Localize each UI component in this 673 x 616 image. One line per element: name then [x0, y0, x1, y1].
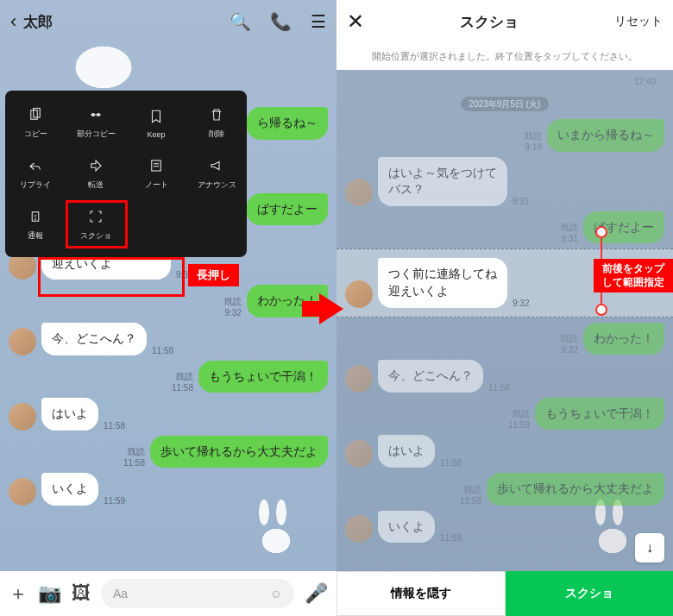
message-bubble[interactable]: ら帰るね～: [247, 107, 328, 140]
read-label: 既読: [224, 296, 242, 308]
message-row[interactable]: 既読11:58 歩いて帰れるから大丈夫だよ: [345, 473, 664, 506]
message-row[interactable]: はいよ～気をつけて バス？ 9:31: [345, 157, 664, 206]
msg-time: 9:31: [562, 234, 578, 243]
avatar[interactable]: [9, 328, 36, 355]
msg-time: 11:58: [172, 383, 193, 393]
message-row[interactable]: 既読11:58 歩いて帰れるから大丈夫だよ: [9, 436, 328, 468]
avatar[interactable]: [9, 403, 36, 431]
hide-info-button[interactable]: 情報を隠す: [336, 571, 506, 616]
msg-time: 11:59: [104, 496, 125, 506]
annotation-longpress: 長押し: [188, 264, 239, 286]
ctx-delete[interactable]: 削除: [186, 97, 247, 148]
plus-icon[interactable]: ＋: [9, 581, 28, 607]
header-actions: 🔍 📞 ☰: [230, 11, 326, 32]
message-bubble[interactable]: わかった！: [583, 323, 664, 355]
gallery-icon[interactable]: 🖼: [72, 582, 91, 605]
search-icon[interactable]: 🔍: [230, 11, 251, 32]
avatar[interactable]: [9, 478, 36, 506]
highlight-screenshot-option: [66, 200, 128, 248]
avatar[interactable]: [345, 515, 373, 543]
msg-time: 9:32: [225, 308, 242, 317]
input-bar: ＋ 📷 🖼 Aa ☺ 🎤: [0, 571, 336, 616]
msg-time: 9:31: [513, 197, 529, 206]
message-bubble[interactable]: つく前に連絡してね 迎えいくよ: [378, 258, 507, 307]
right-phone: ✕ スクショ リセット 開始位置が選択されました。終了位置をタップしてください。…: [336, 0, 673, 616]
message-bubble[interactable]: いくよ: [41, 473, 98, 506]
avatar[interactable]: [345, 179, 373, 206]
mic-icon[interactable]: 🎤: [305, 582, 328, 605]
message-bubble[interactable]: 歩いて帰れるから大丈夫だよ: [150, 436, 328, 468]
menu-icon[interactable]: ☰: [311, 11, 326, 32]
close-icon[interactable]: ✕: [347, 9, 364, 34]
message-row[interactable]: 今、どこへん？ 11:58: [345, 360, 664, 393]
read-label: 既読: [176, 371, 193, 383]
message-bubble[interactable]: ぱすだよー: [583, 211, 664, 244]
ctx-keep[interactable]: Keep: [126, 97, 186, 148]
message-bubble[interactable]: はいよ～気をつけて バス？: [378, 157, 507, 206]
ctx-partial-copy[interactable]: 部分コピー: [66, 97, 126, 148]
msg-time: 11:58: [152, 346, 173, 355]
message-bubble[interactable]: いくよ: [378, 511, 435, 544]
msg-time: 12:40: [345, 77, 664, 86]
partial-copy-icon: [87, 106, 104, 123]
read-label: 既読: [464, 484, 481, 496]
ctx-note[interactable]: ノート: [126, 148, 186, 199]
message-bubble[interactable]: もうちょいで干潟！: [198, 361, 328, 393]
annotation-tap-range: 前後をタップ して範囲指定: [594, 259, 673, 292]
message-bubble[interactable]: ぱすだよー: [247, 193, 328, 226]
placeholder: Aa: [113, 587, 128, 600]
message-bubble[interactable]: 今、どこへん？: [378, 360, 483, 393]
ctx-announce[interactable]: アナウンス: [186, 148, 247, 199]
message-row[interactable]: 今、どこへん？ 11:58: [9, 323, 328, 355]
message-bubble[interactable]: 今、どこへん？: [41, 323, 147, 355]
ctx-report[interactable]: 通報: [5, 199, 66, 250]
message-row[interactable]: 既読9:32 わかった！: [345, 323, 664, 355]
highlight-selected-msg: [38, 257, 185, 297]
message-row[interactable]: 既読9:31 ぱすだよー: [345, 211, 664, 244]
message-row[interactable]: いくよ 11:59: [345, 511, 664, 544]
read-label: 既読: [128, 446, 145, 458]
message-row[interactable]: 既読11:58 もうちょいで干潟！: [345, 398, 664, 431]
message-bubble[interactable]: もうちょいで干潟！: [535, 398, 664, 431]
chevron-down-icon: ↓: [646, 540, 653, 556]
ctx-forward[interactable]: 転送: [66, 148, 126, 199]
read-label: 既読: [561, 222, 578, 234]
emoji-icon[interactable]: ☺: [270, 587, 282, 600]
copy-icon: [27, 106, 44, 123]
message-row[interactable]: いくよ 11:59: [9, 473, 328, 506]
range-handle-top[interactable]: [595, 226, 607, 238]
avatar[interactable]: [345, 365, 373, 393]
scroll-down-button[interactable]: ↓: [635, 533, 664, 563]
chat-area: 12:40 2023年9月5日 (火) 既読9:18 いまから帰るね～ はいよ～…: [336, 70, 673, 555]
message-row[interactable]: 既読11:58 もうちょいで干潟！: [9, 361, 328, 393]
msg-time: 11:58: [508, 420, 530, 430]
ctx-reply[interactable]: リプライ: [5, 148, 66, 199]
message-input[interactable]: Aa ☺: [101, 579, 294, 608]
back-icon[interactable]: ‹: [10, 10, 16, 33]
message-bubble[interactable]: 歩いて帰れるから大丈夫だよ: [487, 473, 664, 506]
capture-button[interactable]: スクショ: [506, 571, 673, 616]
avatar[interactable]: [345, 440, 373, 468]
msg-time: 9:18: [525, 142, 542, 152]
message-row[interactable]: はいよ 11:58: [345, 435, 664, 468]
read-label: 既読: [513, 408, 530, 420]
message-bubble[interactable]: いまから帰るね～: [547, 119, 664, 152]
message-bubble[interactable]: はいよ: [378, 435, 435, 468]
reset-button[interactable]: リセット: [614, 14, 663, 29]
svg-point-10: [35, 219, 36, 220]
message-bubble[interactable]: はいよ: [41, 398, 98, 431]
camera-icon[interactable]: 📷: [38, 582, 61, 605]
msg-time: 9:32: [513, 299, 529, 308]
range-handle-bottom[interactable]: [595, 304, 607, 316]
reply-icon: [27, 157, 44, 174]
svg-rect-1: [34, 109, 41, 118]
read-label: 既読: [525, 130, 542, 142]
forward-icon: [87, 157, 104, 174]
read-label: 既読: [561, 333, 578, 345]
call-icon[interactable]: 📞: [270, 11, 292, 32]
message-row[interactable]: 既読9:18 いまから帰るね～: [345, 119, 664, 152]
message-row[interactable]: はいよ 11:58: [9, 398, 328, 431]
msg-time: 11:58: [104, 421, 125, 431]
msg-time: 11:58: [440, 458, 462, 468]
ctx-copy[interactable]: コピー: [5, 97, 66, 148]
